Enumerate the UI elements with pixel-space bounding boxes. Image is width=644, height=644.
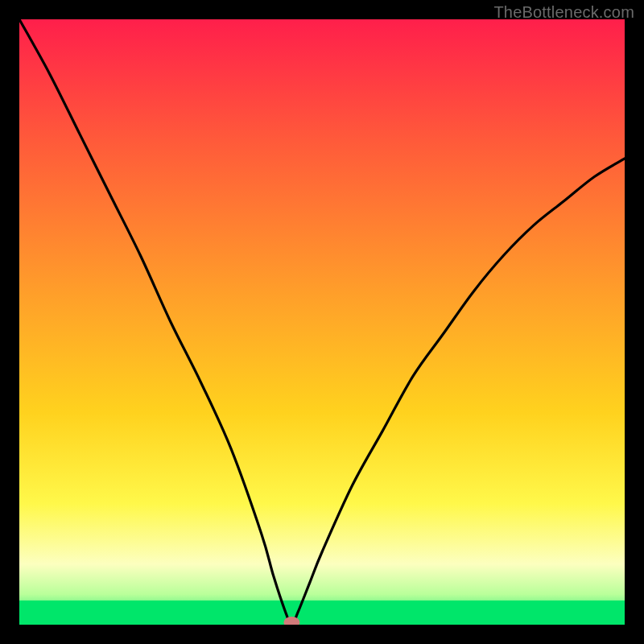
plot-area	[19, 19, 625, 625]
gradient-background	[19, 19, 625, 625]
green-baseline-band	[19, 601, 625, 625]
chart-frame: TheBottleneck.com	[0, 0, 644, 644]
chart-svg	[19, 19, 625, 625]
